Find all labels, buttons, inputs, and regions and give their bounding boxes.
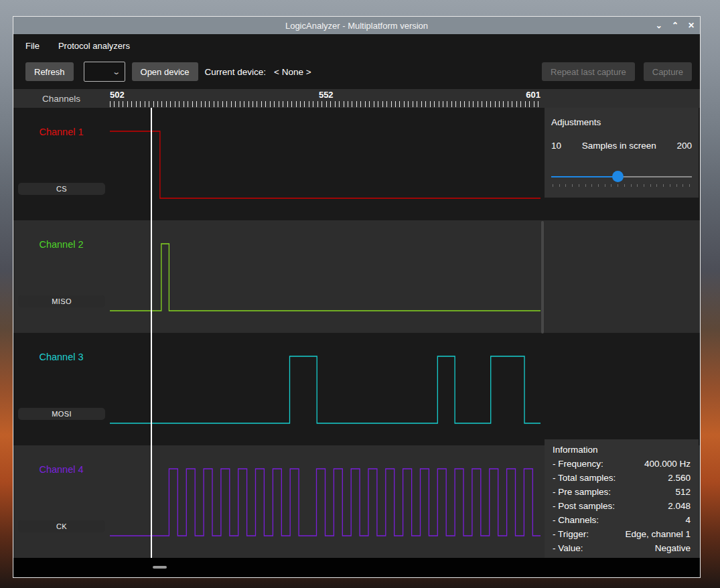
ruler-tick: [209, 101, 210, 107]
channel-badge-mosi[interactable]: MOSI: [18, 408, 105, 420]
window-title: LogicAnalyzer - Multiplatform version: [285, 21, 428, 31]
ruler-tick: [175, 101, 175, 107]
ruler-tick: [512, 101, 512, 107]
slider-tick: [585, 184, 586, 187]
ruler-tick: [525, 101, 526, 107]
horizontal-scrollbar-thumb[interactable]: [153, 566, 167, 569]
ruler-tick: [425, 101, 426, 107]
ruler-tick: [529, 101, 530, 107]
horizontal-scrollbar[interactable]: [13, 558, 700, 577]
ruler-tick: [274, 101, 275, 107]
info-row: - Post samples:2.048: [553, 499, 691, 513]
slider-tick: [656, 184, 657, 187]
ruler-tick: [119, 101, 119, 107]
ruler-tick: [188, 101, 188, 107]
ruler-tick: [413, 101, 413, 107]
title-bar[interactable]: LogicAnalyzer - Multiplatform version ⌄⌃…: [13, 17, 700, 34]
capture-button[interactable]: Capture: [644, 62, 692, 81]
slider-tick: [670, 184, 670, 187]
ruler-tick: [161, 101, 162, 107]
slider-tick: [631, 184, 632, 187]
ruler-tick: [114, 101, 115, 107]
information-title: Information: [553, 445, 691, 455]
info-label: - Frequency:: [553, 457, 603, 471]
vertical-scrollbar-thumb[interactable]: [541, 221, 544, 334]
wave-line-mosi: [110, 356, 541, 423]
ruler-tick: [166, 101, 167, 107]
adjustments-title: Adjustments: [551, 117, 692, 127]
ruler-tick: [287, 101, 288, 107]
ruler-tick: [110, 101, 111, 107]
ruler-tick: [356, 101, 357, 107]
ruler-tick: [508, 101, 508, 107]
maximize-button[interactable]: ⌃: [672, 21, 678, 29]
info-label: - Value:: [553, 541, 583, 555]
information-rows: - Frequency:400.000 Hz- Total samples:2.…: [553, 457, 691, 555]
ruler-tick: [131, 101, 132, 107]
trigger-cursor-line[interactable]: [151, 108, 152, 563]
samples-slider[interactable]: [551, 171, 692, 183]
info-label: - Post samples:: [553, 499, 615, 513]
ruler-tick: [291, 101, 292, 107]
ruler-tick: [499, 101, 500, 107]
information-panel: Information - Frequency:400.000 Hz- Tota…: [545, 439, 699, 558]
ruler-tick: [244, 101, 244, 107]
info-value: 2.048: [668, 499, 691, 513]
channel-badge-ck[interactable]: CK: [18, 520, 105, 532]
ruler-tick: [330, 101, 331, 107]
ruler-tick: [434, 101, 435, 107]
info-value: 4: [685, 513, 691, 527]
chevron-down-icon: ⌄: [112, 68, 121, 76]
channel-name-4[interactable]: Channel 4: [13, 464, 109, 475]
ruler-tick: [231, 101, 232, 107]
ruler-tick: [516, 101, 517, 107]
ruler-tick: [417, 101, 417, 107]
ruler-tick: [296, 101, 297, 107]
samples-max-value: 200: [676, 141, 692, 151]
ruler-tick: [309, 101, 309, 107]
slider-tick: [565, 184, 566, 187]
slider-tick: [611, 184, 611, 187]
open-device-button[interactable]: Open device: [132, 62, 198, 81]
menu-item-file[interactable]: File: [25, 41, 40, 51]
channel-badge-cs[interactable]: CS: [18, 183, 105, 195]
ruler-tick: [369, 101, 370, 107]
close-button[interactable]: ✕: [688, 21, 695, 29]
sample-ruler: 502552601: [110, 89, 541, 108]
info-value: 512: [675, 485, 691, 499]
ruler-tick: [326, 101, 327, 107]
info-value: Edge, channel 1: [625, 527, 691, 541]
channel-name-2[interactable]: Channel 2: [13, 239, 109, 250]
channel-name-1[interactable]: Channel 1: [13, 127, 109, 137]
channel-name-3[interactable]: Channel 3: [13, 352, 109, 362]
ruler-tick: [464, 101, 465, 107]
ruler-tick: [365, 101, 366, 107]
ruler-tick: [192, 101, 193, 107]
repeat-last-capture-button[interactable]: Repeat last capture: [542, 62, 635, 81]
ruler-tick: [443, 101, 443, 107]
refresh-button[interactable]: Refresh: [25, 62, 74, 81]
ruler-tick: [469, 101, 470, 107]
ruler-tick: [382, 101, 383, 107]
menu-item-protocol-analyzers[interactable]: Protocol analyzers: [58, 41, 130, 51]
current-device-value: < None >: [274, 67, 311, 77]
device-select[interactable]: ⌄: [84, 62, 125, 82]
minimize-button[interactable]: ⌄: [656, 21, 662, 29]
ruler-tick: [226, 101, 227, 107]
ruler-tick: [520, 101, 521, 107]
ruler-tick: [395, 101, 396, 107]
ruler-tick: [257, 101, 257, 107]
ruler-tick: [439, 101, 439, 107]
slider-thumb[interactable]: [612, 171, 624, 182]
ruler-tick: [145, 101, 145, 107]
ruler-tick: [490, 101, 491, 107]
channel-badge-miso[interactable]: MISO: [18, 295, 105, 307]
wave-line-ck: [110, 469, 541, 536]
ruler-tick: [123, 101, 123, 107]
ruler-tick: [261, 101, 262, 107]
slider-tick: [559, 184, 560, 187]
info-value: 2.560: [668, 471, 691, 485]
ruler-tick: [378, 101, 378, 107]
desktop-background: LogicAnalyzer - Multiplatform version ⌄⌃…: [0, 0, 720, 588]
ruler-tick: [270, 101, 271, 107]
